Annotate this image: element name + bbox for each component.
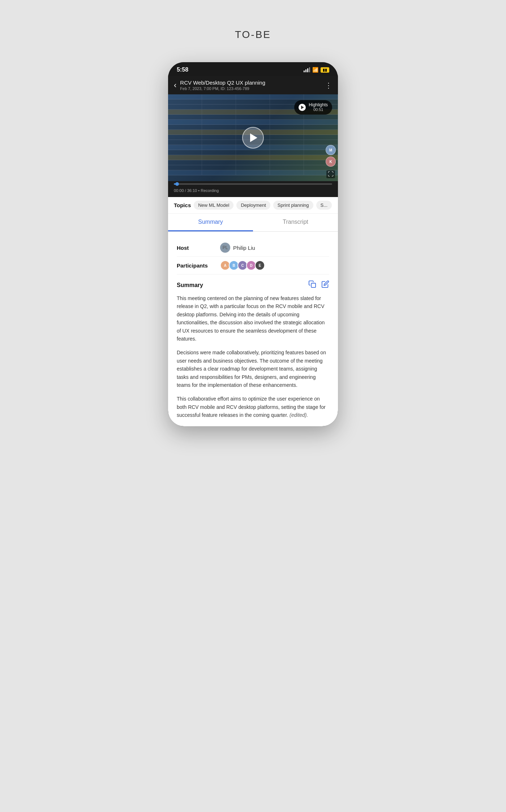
- host-name: Philip Liu: [233, 245, 255, 251]
- video-controls: 00:00 / 36:10 • Recording: [168, 181, 338, 197]
- participant-avatars: A B C D E: [220, 260, 263, 270]
- topic-chip-3[interactable]: Sprint planning: [273, 201, 313, 210]
- host-avatar: PL: [220, 243, 230, 253]
- tab-transcript[interactable]: Transcript: [253, 214, 338, 231]
- summary-text: This meeting centered on the planning of…: [177, 294, 329, 419]
- topics-bar: Topics New ML Model Deployment Sprint pl…: [168, 197, 338, 214]
- play-button[interactable]: [242, 127, 264, 149]
- video-header-left: ‹ RCV Web/Desktop Q2 UX planning Feb 7, …: [174, 80, 265, 91]
- video-section: ‹ RCV Web/Desktop Q2 UX planning Feb 7, …: [168, 76, 338, 197]
- topic-chip-4[interactable]: S...: [316, 201, 332, 210]
- fullscreen-icon[interactable]: ⛶: [326, 170, 335, 178]
- host-row: Host PL Philip Liu: [177, 239, 329, 257]
- summary-header-row: Summary: [177, 280, 329, 290]
- wifi-icon: 📶: [312, 67, 318, 73]
- status-bar: 5:58 📶 ▮▮: [168, 62, 338, 76]
- mini-avatar-1: M: [326, 145, 336, 155]
- participants-row: Participants A B C D E: [177, 257, 329, 274]
- highlights-text: Highlights 00:51: [309, 102, 328, 112]
- host-label: Host: [177, 245, 220, 251]
- svg-rect-0: [311, 283, 316, 287]
- page-title: TO-BE: [235, 29, 271, 40]
- more-options-icon[interactable]: ⋮: [325, 81, 332, 90]
- play-icon: [250, 133, 257, 142]
- topic-chip-1[interactable]: New ML Model: [194, 201, 233, 210]
- participants-value: A B C D E: [220, 260, 263, 270]
- host-value: PL Philip Liu: [220, 243, 255, 253]
- video-header: ‹ RCV Web/Desktop Q2 UX planning Feb 7, …: [168, 76, 338, 94]
- signal-icon: [304, 67, 310, 72]
- battery-icon: ▮▮: [321, 67, 329, 73]
- meeting-info: RCV Web/Desktop Q2 UX planning Feb 7, 20…: [180, 80, 265, 91]
- tab-summary[interactable]: Summary: [168, 214, 253, 231]
- mini-avatar-2-initial: K: [326, 157, 335, 166]
- edit-icon[interactable]: [321, 280, 329, 290]
- tabs-row: Summary Transcript: [168, 214, 338, 232]
- topics-label: Topics: [174, 202, 191, 208]
- mini-avatar-1-initial: M: [326, 145, 335, 155]
- summary-paragraph-3: This collaborative effort aims to optimi…: [177, 395, 329, 419]
- video-player[interactable]: Highlights 00:51 M K ⛶: [168, 94, 338, 181]
- highlights-label: Highlights: [309, 102, 328, 107]
- status-time: 5:58: [177, 67, 188, 73]
- highlights-play-triangle: [301, 106, 304, 109]
- mini-avatar-2: K: [326, 157, 336, 167]
- progress-dot: [175, 182, 179, 186]
- content-section: Host PL Philip Liu Participants A B C D …: [168, 232, 338, 426]
- highlights-badge[interactable]: Highlights 00:51: [294, 100, 332, 115]
- summary-section-label: Summary: [177, 282, 203, 289]
- host-initials: PL: [223, 245, 228, 250]
- progress-bar[interactable]: [174, 183, 332, 185]
- back-arrow-icon[interactable]: ‹: [174, 81, 176, 90]
- highlights-play-icon: [299, 104, 306, 111]
- summary-paragraph-2: Decisions were made collaboratively, pri…: [177, 349, 329, 389]
- highlights-time: 00:51: [309, 107, 328, 112]
- meeting-title: RCV Web/Desktop Q2 UX planning: [180, 80, 265, 86]
- status-right-icons: 📶 ▮▮: [304, 67, 329, 73]
- summary-action-icons: [308, 280, 329, 290]
- copy-icon[interactable]: [308, 280, 316, 290]
- participant-avatar-4: E: [255, 260, 265, 270]
- summary-paragraph-1: This meeting centered on the planning of…: [177, 294, 329, 343]
- meeting-details: Feb 7, 2023, 7:00 PM, ID: 123-456-789: [180, 86, 265, 91]
- time-label: 00:00 / 36:10 • Recording: [174, 188, 219, 193]
- topic-chip-2[interactable]: Deployment: [236, 201, 270, 210]
- avatar-cluster: M K: [326, 145, 336, 167]
- participants-label: Participants: [177, 262, 220, 269]
- phone-frame: 5:58 📶 ▮▮ ‹ RCV Web/Desktop Q2 UX planni…: [168, 62, 338, 426]
